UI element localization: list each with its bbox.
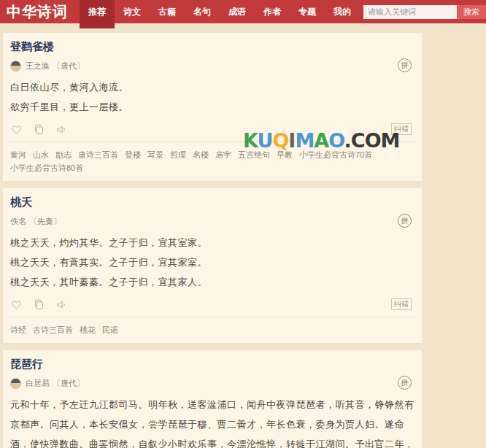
author-dynasty: 〔唐代〕 [53,378,85,389]
poem-title[interactable]: 登鹳雀楼 [10,40,54,54]
nav-tab-recommend[interactable]: 推荐 [80,0,115,28]
pinyin-toggle-icon[interactable]: 拼 [398,214,412,228]
pinyin-toggle-icon[interactable]: 拼 [398,58,412,72]
tag[interactable]: 名楼 [193,150,209,161]
search-area: 搜索 [363,0,486,23]
tag[interactable]: 桃花 [80,325,96,336]
like-icon[interactable] [10,298,23,311]
tag[interactable]: 登楼 [125,150,141,161]
poem-feed: 登鹳雀楼 王之涣 〔唐代〕 拼 白日依山尽，黄河入海流。欲穷千里目，更上一层楼。… [0,33,486,448]
tag-list: 黄河山水励志唐诗三百首登楼写景哲理名楼庙宇五言绝句早教小学生必背古诗70首小学生… [10,142,414,177]
poem-title[interactable]: 琵琶行 [10,358,43,371]
nav-tab-poems[interactable]: 诗文 [115,0,150,23]
poem-line: 桃之夭夭，灼灼其华。之子于归，宜其室家。 [10,233,414,252]
poem-card: 桃夭 佚名 〔先秦〕 拼 桃之夭夭，灼灼其华。之子于归，宜其室家。桃之夭夭，有蕡… [3,188,422,343]
search-button[interactable]: 搜索 [457,5,486,19]
tag[interactable]: 励志 [55,150,72,161]
nav-tab-idioms[interactable]: 成语 [220,0,255,23]
action-bar: 纠错 [10,297,414,312]
tag[interactable]: 早教 [277,150,293,161]
author-row: 佚名 〔先秦〕 拼 [10,216,414,227]
copy-icon[interactable] [33,298,45,311]
report-error-button[interactable]: 纠错 [391,123,412,135]
search-input[interactable] [363,5,457,19]
poem-line: 欲穷千里目，更上一层楼。 [10,97,414,117]
author-row: 白居易 〔唐代〕 拼 [10,378,414,389]
poem-line: 白日依山尽，黄河入海流。 [10,77,414,97]
poem-body: 桃之夭夭，灼灼其华。之子于归，宜其室家。桃之夭夭，有蕡其实。之子于归，宜其家室。… [10,233,414,292]
nav-tab-books[interactable]: 古籍 [150,0,185,23]
tag[interactable]: 庙宇 [215,150,231,161]
author-name[interactable]: 佚名 [10,216,26,227]
nav-tab-authors[interactable]: 作者 [255,0,290,23]
author-name[interactable]: 王之涣 [26,61,50,72]
nav-tab-topics[interactable]: 专题 [290,0,325,23]
poem-line: 桃之夭夭，有蕡其实。之子于归，宜其家室。 [10,252,414,272]
author-dynasty: 〔先秦〕 [29,216,61,227]
nav-tab-quotes[interactable]: 名句 [185,0,220,23]
author-row: 王之涣 〔唐代〕 拼 [10,61,414,72]
pinyin-toggle-icon[interactable]: 拼 [398,376,412,390]
tag[interactable]: 哲理 [170,150,186,161]
poem-card: 登鹳雀楼 王之涣 〔唐代〕 拼 白日依山尽，黄河入海流。欲穷千里目，更上一层楼。… [3,33,422,181]
tag[interactable]: 小学生必背古诗70首 [299,150,372,161]
speaker-icon[interactable] [55,298,68,311]
report-error-button[interactable]: 纠错 [391,298,412,310]
tag-list: 诗经古诗三百首桃花民谣 [10,317,414,339]
author-name[interactable]: 白居易 [26,378,50,389]
author-dynasty: 〔唐代〕 [53,61,85,72]
tag[interactable]: 写景 [147,150,163,161]
poem-card: 琵琶行 白居易 〔唐代〕 拼 元和十年，予左迁九江郡司马。明年秋，送客湓浦口，闻… [3,350,422,448]
tag[interactable]: 古诗三百首 [33,325,73,336]
nav-tab-mine[interactable]: 我的 [325,0,360,23]
speaker-icon[interactable] [55,123,68,136]
tag[interactable]: 诗经 [10,325,26,336]
tag[interactable]: 小学生必背古诗80首 [10,163,83,174]
poem-body: 白日依山尽，黄河入海流。欲穷千里目，更上一层楼。 [10,77,414,117]
top-header: 中华诗词 推荐 诗文 古籍 名句 成语 作者 专题 我的 搜索 [0,0,486,23]
main-nav: 推荐 诗文 古籍 名句 成语 作者 专题 我的 [80,0,360,23]
poem-title[interactable]: 桃夭 [10,196,32,209]
tag[interactable]: 民谣 [102,325,118,336]
poem-preface: 元和十年，予左迁九江郡司马。明年秋，送客湓浦口，闻舟中夜弹琵琶者，听其音，铮铮然… [10,395,414,448]
site-logo[interactable]: 中华诗词 [0,0,80,23]
tag[interactable]: 唐诗三百首 [78,150,118,161]
copy-icon[interactable] [33,123,45,136]
like-icon[interactable] [10,123,23,136]
author-avatar[interactable] [10,61,21,72]
tag[interactable]: 山水 [33,150,49,161]
tag[interactable]: 五言绝句 [238,150,270,161]
tag[interactable]: 黄河 [10,150,26,161]
action-bar: 纠错 [10,122,414,136]
poem-line: 桃之夭夭，其叶蓁蓁。之子于归，宜其家人。 [10,272,414,292]
author-avatar[interactable] [10,378,21,389]
